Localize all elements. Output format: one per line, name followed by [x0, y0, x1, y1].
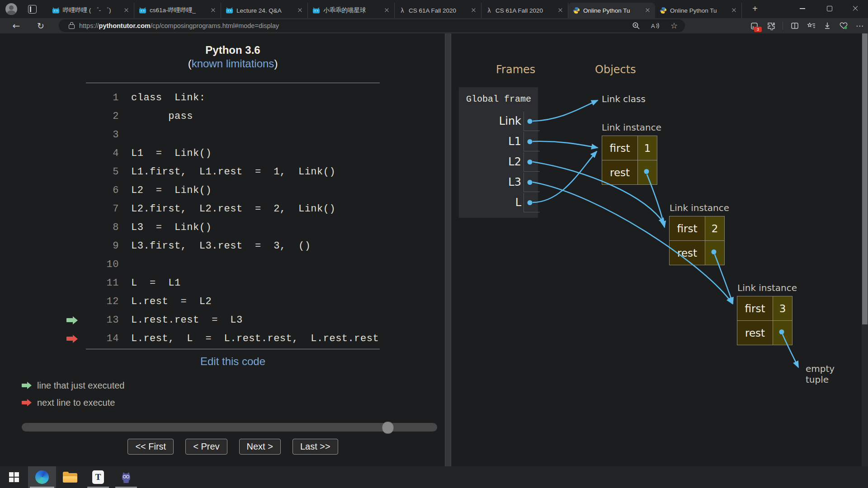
legend-just-executed: line that just executed — [22, 379, 124, 392]
lock-icon[interactable] — [69, 24, 75, 29]
profile-avatar[interactable] — [5, 3, 17, 15]
tab-close-icon[interactable] — [123, 7, 130, 14]
taskbar-cat-app-button[interactable] — [112, 466, 140, 488]
browser-tab-0[interactable]: 哔哩哔哩 ( ゜- ゜) — [47, 3, 134, 18]
new-tab-button[interactable]: + — [750, 5, 760, 14]
code-listing: 1class Link:2 pass34L1 = Link()5L1.first… — [0, 89, 443, 348]
taskbar-typora-button[interactable]: T — [84, 466, 112, 488]
edit-code-link[interactable]: Edit this code — [86, 355, 380, 368]
last-button[interactable]: Last >> — [292, 439, 338, 455]
tab-close-icon[interactable] — [297, 7, 304, 14]
code-line-6: 6L2 = Link() — [0, 181, 443, 200]
browser-toolbar: ← ↻ https://pythontutor.com/cp/composing… — [0, 18, 868, 33]
start-button[interactable] — [0, 466, 28, 488]
line-number: 6 — [84, 185, 119, 196]
global-frame-title: Global frame — [466, 94, 531, 104]
code-line-13: 13L.rest.rest = L3 — [0, 311, 443, 329]
pythontutor-page: Python 3.6 (known limitations) 1class Li… — [0, 33, 868, 466]
instance-3-table: first3rest — [737, 296, 793, 345]
tab-title: Online Python Tu — [670, 7, 727, 14]
slider-thumb[interactable] — [382, 422, 394, 434]
tab-close-icon[interactable] — [557, 7, 564, 14]
execution-slider[interactable] — [22, 423, 437, 432]
code-text: L3 = Link() — [131, 222, 212, 233]
attr-cell-rest: rest — [737, 321, 773, 345]
variable-name: L3 — [459, 172, 521, 192]
lambda-favicon-icon: λ — [486, 7, 492, 14]
window-maximize-button[interactable] — [819, 0, 840, 17]
favorite-star-icon[interactable]: ☆ — [670, 21, 679, 30]
tab-close-icon[interactable] — [470, 7, 477, 14]
taskbar-explorer-button[interactable] — [56, 466, 84, 488]
settings-menu-icon[interactable]: ⋯ — [855, 21, 864, 30]
panel-splitter[interactable] — [445, 33, 451, 466]
browser-tab-1[interactable]: cs61a-哔哩哔哩_ — [134, 3, 221, 18]
browser-tab-3[interactable]: 小乖乖的喵星球 — [308, 3, 395, 18]
scrollbar-thumb[interactable] — [862, 33, 868, 324]
tab-actions-icon[interactable] — [28, 5, 37, 14]
legend-next-line: next line to execute — [22, 396, 115, 409]
code-text: L1.first, L1.rest = 1, Link() — [131, 166, 335, 178]
variable-anchor-bracket — [524, 112, 540, 131]
extensions-puzzle-icon[interactable] — [766, 21, 775, 30]
zoom-icon[interactable] — [632, 21, 641, 30]
back-button[interactable]: ← — [8, 18, 24, 33]
variable-anchor-bracket — [524, 193, 540, 212]
green-arrow-icon — [22, 382, 32, 389]
instance-1-type-label: Link instance — [602, 122, 661, 133]
green-arrow-icon — [66, 316, 78, 324]
address-bar[interactable]: https://pythontutor.com/cp/composingprog… — [59, 19, 685, 32]
tab-close-icon[interactable] — [644, 7, 651, 14]
extension-icon[interactable]: 3 — [750, 21, 759, 30]
close-icon — [851, 5, 859, 13]
known-limitations-link[interactable]: known limitations — [192, 57, 274, 70]
browser-essentials-icon[interactable] — [839, 21, 848, 30]
code-text: L.rest.rest = L3 — [131, 314, 243, 326]
variable-anchor-bracket — [524, 173, 540, 192]
tab-title: 哔哩哔哩 ( ゜- ゜) — [63, 6, 120, 14]
attr-cell-first: first — [670, 216, 705, 241]
browser-tab-5[interactable]: λCS 61A Fall 2020 — [481, 3, 568, 18]
value-cell: 2 — [705, 216, 725, 241]
window-close-button[interactable] — [844, 0, 865, 17]
line-number: 5 — [84, 166, 119, 178]
browser-tab-2[interactable]: Lecture 24. Q&A — [221, 3, 308, 18]
browser-tab-7[interactable]: Online Python Tu — [655, 3, 742, 18]
line-number: 8 — [84, 222, 119, 233]
global-frame: Global frame LinkL1L2L3L — [459, 87, 538, 218]
browser-tab-4[interactable]: λCS 61A Fall 2020 — [395, 3, 481, 18]
edge-icon — [35, 470, 49, 484]
url-text[interactable]: https://pythontutor.com/cp/composingprog… — [79, 22, 279, 29]
tab-close-icon[interactable] — [210, 7, 217, 14]
frame-variable-L2: L2 — [459, 152, 538, 172]
value-cell — [705, 241, 725, 265]
read-aloud-icon[interactable]: A — [651, 21, 660, 30]
taskbar-edge-button[interactable] — [28, 466, 56, 488]
red-arrow-icon — [66, 335, 78, 343]
ptr-L1-to-instance1 — [533, 141, 598, 148]
first-button[interactable]: << First — [127, 439, 174, 455]
browser-tab-6[interactable]: Online Python Tu — [568, 3, 655, 18]
code-line-12: 12L.rest = L2 — [0, 292, 443, 311]
line-number: 10 — [84, 259, 119, 270]
page-scrollbar[interactable] — [862, 33, 868, 466]
downloads-icon[interactable] — [823, 21, 832, 30]
frame-variable-L1: L1 — [459, 131, 538, 152]
tab-close-icon[interactable] — [731, 7, 738, 14]
split-screen-icon[interactable] — [790, 21, 799, 30]
window-minimize-button[interactable] — [792, 0, 813, 17]
svg-text:A: A — [651, 23, 655, 29]
prev-button[interactable]: < Prev — [185, 439, 227, 455]
collections-icon[interactable] — [807, 21, 816, 30]
value-cell: 1 — [638, 136, 657, 160]
refresh-button[interactable]: ↻ — [33, 18, 49, 33]
value-cell: 3 — [773, 296, 793, 321]
code-line-4: 4L1 = Link() — [0, 144, 443, 163]
cat-app-icon — [119, 470, 133, 484]
variable-name: Link — [459, 111, 521, 131]
next-button[interactable]: Next > — [239, 439, 281, 455]
url-host: pythontutor.com — [99, 22, 151, 29]
tab-close-icon[interactable] — [383, 7, 391, 14]
code-text: L2.first, L2.rest = 2, Link() — [131, 203, 335, 215]
code-line-1: 1class Link: — [0, 89, 443, 107]
